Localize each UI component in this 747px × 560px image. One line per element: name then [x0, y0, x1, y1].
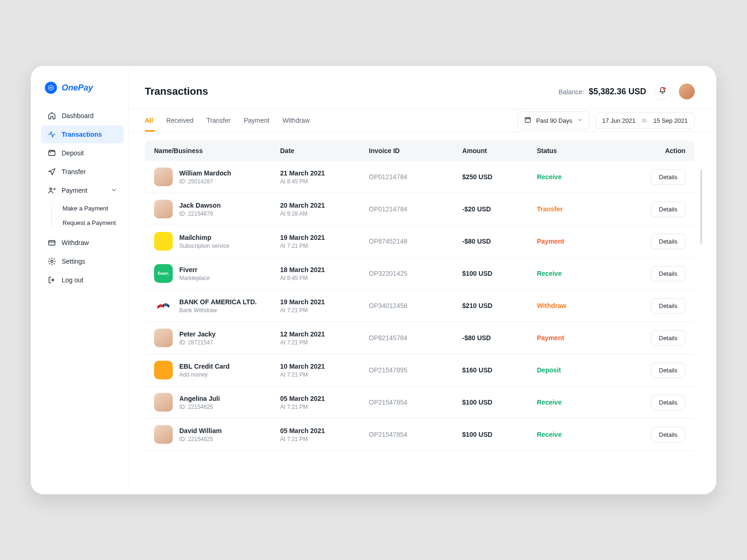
row-avatar [154, 296, 173, 315]
main: Transactions Balance: $5,382.36 USD All … [129, 71, 711, 489]
row-avatar [154, 393, 173, 412]
row-date: 10 March 2021 [280, 363, 369, 370]
tab-withdraw[interactable]: Withdraw [282, 109, 310, 132]
details-button[interactable]: Details [651, 427, 685, 442]
details-button[interactable]: Details [651, 363, 685, 378]
row-avatar [154, 232, 173, 251]
row-amount: -$80 USD [462, 238, 537, 245]
table-row: fiverr. Fiverr Markteplace 18 March 2021… [145, 258, 695, 290]
tab-payment[interactable]: Payment [244, 109, 269, 132]
chevron-down-icon [111, 187, 117, 195]
row-time: At 7:21 PM [280, 371, 369, 378]
th-status: Status [537, 147, 612, 154]
calendar-icon [524, 116, 531, 125]
logout-icon [48, 276, 56, 284]
notifications-button[interactable] [655, 84, 670, 99]
row-name: Angelina Juli [179, 395, 220, 402]
scrollbar[interactable] [700, 169, 702, 244]
user-avatar[interactable] [679, 84, 695, 99]
nav: Dashboard Transactions Deposit Transfer … [36, 107, 128, 289]
details-button[interactable]: Details [651, 169, 685, 185]
nav-withdraw[interactable]: Withdraw [41, 234, 124, 252]
date-from: 17 Jun 2021 [602, 117, 636, 124]
nav-transactions[interactable]: Transactions [41, 126, 124, 143]
row-time: At 7:21 PM [280, 436, 369, 442]
details-button[interactable]: Details [651, 298, 685, 314]
row-time: At 9:28 AM [280, 210, 369, 217]
tabs: All Received Transfer Payment Withdraw [145, 109, 310, 132]
nav-deposit[interactable]: Deposit [41, 144, 124, 162]
balance-label: Balance: [559, 88, 584, 96]
nav-label: Transfer [62, 168, 86, 175]
row-amount: $160 USD [462, 366, 537, 374]
row-status: Payment [537, 334, 612, 342]
row-invoice: OP87452148 [369, 238, 462, 245]
nav-payment-sub: Make a Payment Request a Payment [41, 201, 124, 230]
row-sub: Markteplace [179, 275, 210, 281]
row-name: Peter Jacky [179, 330, 216, 338]
date-to: 15 Sep 2021 [653, 117, 688, 124]
filterbar: All Received Transfer Payment Withdraw P… [129, 109, 711, 132]
row-sub: Add money [179, 371, 230, 378]
row-invoice: OP82145784 [369, 334, 462, 342]
nav-payment[interactable]: Payment [41, 182, 124, 199]
row-invoice: OP01214784 [369, 205, 462, 213]
row-invoice: OP34012458 [369, 302, 462, 309]
details-button[interactable]: Details [651, 395, 685, 410]
nav-request-payment[interactable]: Request a Payment [49, 216, 124, 230]
tab-received[interactable]: Received [166, 109, 193, 132]
row-amount: $250 USD [462, 173, 537, 181]
nav-settings[interactable]: Settings [41, 252, 124, 270]
details-button[interactable]: Details [651, 234, 685, 249]
date-preset-dropdown[interactable]: Past 90 Days [517, 112, 589, 129]
row-name: BANK OF AMERICA LTD. [179, 298, 257, 306]
table-row: BANK OF AMERICA LTD. Bank Withdraw 19 Ma… [145, 290, 695, 322]
svg-point-2 [50, 188, 52, 190]
topbar: Transactions Balance: $5,382.36 USD [129, 71, 711, 109]
payment-icon [48, 186, 56, 195]
brand-logo-icon [45, 82, 57, 94]
row-date: 05 March 2021 [280, 395, 369, 402]
row-status: Payment [537, 238, 612, 245]
details-button[interactable]: Details [651, 202, 685, 217]
row-amount: $100 USD [462, 270, 537, 277]
nav-dashboard[interactable]: Dashboard [41, 107, 124, 125]
brand[interactable]: OnePay [36, 82, 128, 107]
nav-label: Settings [62, 258, 85, 265]
tab-transfer[interactable]: Transfer [206, 109, 231, 132]
details-button[interactable]: Details [651, 330, 685, 346]
page-title: Transactions [145, 85, 208, 98]
row-avatar [154, 168, 173, 186]
row-sub: Bank Withdraw [179, 307, 257, 314]
home-icon [48, 112, 56, 120]
row-amount: -$80 USD [462, 334, 537, 342]
nav-make-payment[interactable]: Make a Payment [49, 201, 124, 216]
row-date: 05 March 2021 [280, 427, 369, 434]
row-sub: Subscription service [179, 243, 229, 249]
th-date: Date [280, 147, 369, 154]
th-action: Action [612, 147, 685, 154]
svg-point-4 [51, 260, 53, 263]
row-status: Receive [537, 399, 612, 406]
nav-transfer[interactable]: Transfer [41, 163, 124, 181]
row-status: Receive [537, 431, 612, 438]
svg-rect-5 [525, 118, 530, 122]
row-name: EBL Credit Card [179, 363, 230, 370]
deposit-icon [48, 149, 56, 157]
row-time: At 8:45 PM [280, 275, 369, 281]
caret-down-icon [577, 117, 583, 124]
row-date: 19 March 2021 [280, 298, 369, 306]
table-body[interactable]: William Mardoch ID: 25014287 21 March 20… [145, 161, 695, 460]
balance-value: $5,382.36 USD [589, 87, 646, 96]
table-row: David William ID: 22154825 05 March 2021… [145, 419, 695, 451]
nav-logout[interactable]: Log out [41, 271, 124, 289]
date-range-picker[interactable]: 17 Jun 2021 to 15 Sep 2021 [595, 112, 695, 129]
table-row: William Mardoch ID: 25014287 21 March 20… [145, 161, 695, 193]
row-invoice: OP21547895 [369, 366, 462, 374]
tab-all[interactable]: All [145, 109, 153, 132]
details-button[interactable]: Details [651, 266, 685, 281]
row-avatar [154, 361, 173, 379]
row-date: 20 March 2021 [280, 202, 369, 209]
row-date: 19 March 2021 [280, 234, 369, 241]
row-status: Transfer [537, 205, 612, 213]
